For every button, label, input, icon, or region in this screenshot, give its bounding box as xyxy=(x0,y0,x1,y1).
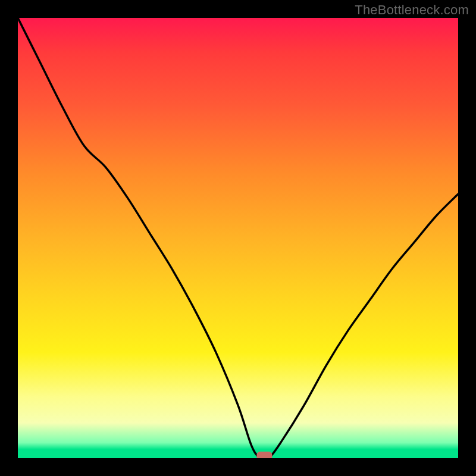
watermark-label: TheBottleneck.com xyxy=(355,2,469,18)
minimum-marker xyxy=(256,452,272,458)
plot-area xyxy=(18,18,458,458)
chart-svg xyxy=(18,18,458,458)
chart-frame: TheBottleneck.com xyxy=(0,0,476,476)
bottleneck-curve xyxy=(18,18,458,458)
